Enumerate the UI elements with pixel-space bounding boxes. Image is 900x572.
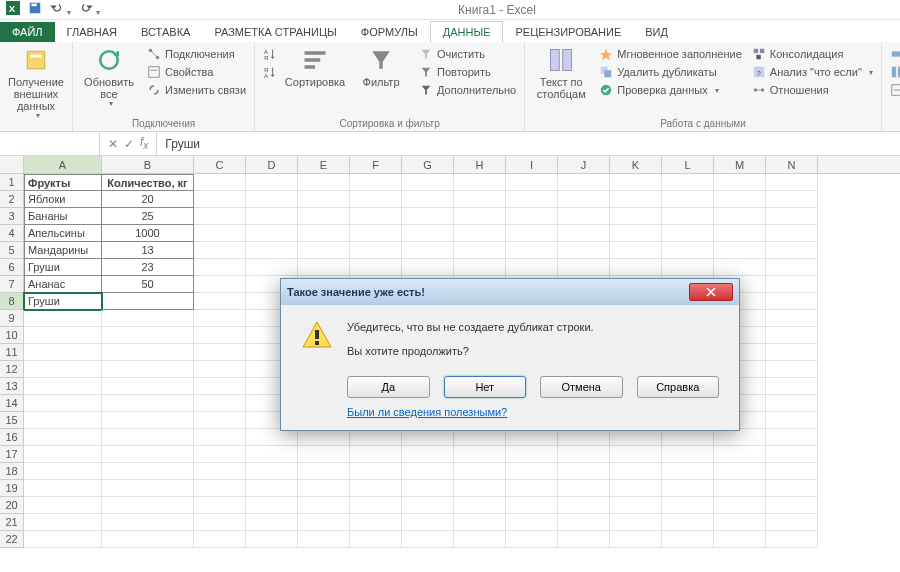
cell[interactable]: Количество, кг (102, 174, 194, 191)
formula-input[interactable]: Груши (157, 137, 900, 151)
group-button[interactable]: Группир (888, 46, 900, 62)
cell[interactable]: Яблоки (24, 191, 102, 208)
cell[interactable] (350, 208, 402, 225)
cell[interactable] (194, 276, 246, 293)
cell[interactable] (506, 463, 558, 480)
cell[interactable] (558, 174, 610, 191)
cell[interactable] (454, 174, 506, 191)
cell[interactable] (350, 480, 402, 497)
cell[interactable] (102, 412, 194, 429)
cell[interactable] (454, 497, 506, 514)
cell[interactable] (558, 497, 610, 514)
cell[interactable]: Апельсины (24, 225, 102, 242)
cell[interactable] (24, 327, 102, 344)
cell[interactable] (610, 429, 662, 446)
cell[interactable] (194, 191, 246, 208)
cell[interactable]: 50 (102, 276, 194, 293)
cell[interactable] (246, 259, 298, 276)
cell[interactable] (714, 259, 766, 276)
cell[interactable] (24, 429, 102, 446)
cell[interactable] (662, 225, 714, 242)
cell[interactable]: 1000 (102, 225, 194, 242)
column-header[interactable]: L (662, 156, 714, 173)
cell[interactable] (194, 463, 246, 480)
cell[interactable] (194, 429, 246, 446)
sort-asc-button[interactable]: АЯ (261, 46, 279, 62)
row-header[interactable]: 9 (0, 310, 24, 327)
row-header[interactable]: 7 (0, 276, 24, 293)
cell[interactable] (350, 531, 402, 548)
cell[interactable] (766, 446, 818, 463)
cell[interactable] (766, 497, 818, 514)
cell[interactable] (766, 327, 818, 344)
cell[interactable] (350, 225, 402, 242)
sort-button[interactable]: Сортировка (285, 46, 345, 88)
cell[interactable] (246, 191, 298, 208)
cell[interactable] (298, 242, 350, 259)
cancel-button[interactable]: Отмена (540, 376, 623, 398)
cell[interactable] (766, 531, 818, 548)
cell[interactable] (194, 531, 246, 548)
cell[interactable] (24, 412, 102, 429)
cell[interactable] (246, 480, 298, 497)
cell[interactable] (194, 446, 246, 463)
cell[interactable] (714, 497, 766, 514)
cell[interactable] (24, 361, 102, 378)
cell[interactable] (102, 327, 194, 344)
cell[interactable] (246, 497, 298, 514)
cell[interactable] (662, 446, 714, 463)
flash-fill-button[interactable]: Мгновенное заполнение (597, 46, 744, 62)
row-header[interactable]: 13 (0, 378, 24, 395)
cell[interactable] (766, 395, 818, 412)
cell[interactable] (298, 225, 350, 242)
cell[interactable] (298, 497, 350, 514)
row-header[interactable]: 4 (0, 225, 24, 242)
cell[interactable] (714, 446, 766, 463)
cell[interactable] (402, 259, 454, 276)
cell[interactable] (298, 480, 350, 497)
cell[interactable] (298, 191, 350, 208)
cell[interactable] (454, 514, 506, 531)
cell[interactable] (662, 429, 714, 446)
cell[interactable] (506, 429, 558, 446)
cell[interactable] (558, 531, 610, 548)
cell[interactable] (610, 531, 662, 548)
column-header[interactable]: H (454, 156, 506, 173)
tab-file[interactable]: ФАЙЛ (0, 22, 55, 42)
column-header[interactable]: N (766, 156, 818, 173)
cell[interactable] (610, 514, 662, 531)
cell[interactable]: Груши (24, 259, 102, 276)
column-header[interactable]: D (246, 156, 298, 173)
cell[interactable] (506, 225, 558, 242)
cell[interactable] (102, 344, 194, 361)
row-header[interactable]: 17 (0, 446, 24, 463)
cell[interactable] (766, 191, 818, 208)
cell[interactable] (454, 446, 506, 463)
cell[interactable] (298, 514, 350, 531)
cell[interactable] (610, 446, 662, 463)
cell[interactable] (662, 514, 714, 531)
cell[interactable] (24, 446, 102, 463)
cell[interactable] (766, 480, 818, 497)
cell[interactable] (194, 174, 246, 191)
column-header[interactable]: K (610, 156, 662, 173)
cell[interactable] (558, 514, 610, 531)
cell[interactable] (610, 480, 662, 497)
column-header[interactable]: J (558, 156, 610, 173)
cell[interactable] (766, 225, 818, 242)
cell[interactable] (766, 242, 818, 259)
column-header[interactable]: M (714, 156, 766, 173)
row-header[interactable]: 14 (0, 395, 24, 412)
cell[interactable] (194, 480, 246, 497)
cell[interactable] (558, 225, 610, 242)
save-icon[interactable] (28, 1, 42, 18)
cell[interactable] (506, 514, 558, 531)
advanced-filter-button[interactable]: Дополнительно (417, 82, 518, 98)
cell[interactable] (506, 480, 558, 497)
cell[interactable] (350, 463, 402, 480)
cell[interactable] (402, 463, 454, 480)
cell[interactable] (102, 361, 194, 378)
cell[interactable] (24, 344, 102, 361)
cell[interactable] (298, 259, 350, 276)
cell[interactable] (194, 225, 246, 242)
